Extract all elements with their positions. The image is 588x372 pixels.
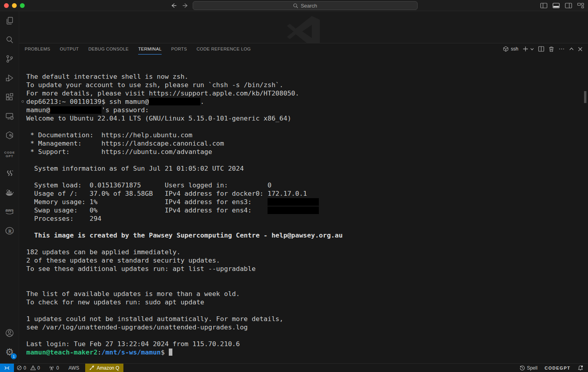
toggle-primary-sidebar-icon[interactable] [540,2,547,9]
toggle-panel-icon[interactable] [553,2,560,9]
spell-status[interactable]: Spell [520,364,537,372]
sidebar-item-source-control[interactable] [0,49,19,68]
terminal[interactable]: The default interactive shell is now zsh… [19,55,588,363]
close-window-button[interactable] [4,3,9,8]
terminal-line [26,273,343,281]
back-arrow-icon[interactable] [170,3,177,8]
terminal-line: Welcome to Ubuntu 22.04.1 LTS (GNU/Linux… [26,114,343,123]
ports-status[interactable]: 0 [46,364,62,372]
sidebar-item-r-language[interactable]: R [0,221,19,240]
sidebar-item-docker[interactable] [0,183,19,202]
zoom-window-button[interactable] [20,3,25,8]
panel-header: PROBLEMS OUTPUT DEBUG CONSOLE TERMINAL P… [19,43,588,55]
terminal-line: The list of available updates is more th… [26,290,343,298]
aws-status[interactable]: AWS [66,364,82,372]
vscode-logo-watermark [284,13,324,43]
traffic-lights [0,3,25,8]
terminal-line: To see these additional updates run: apt… [26,265,343,273]
warning-icon [30,365,36,370]
error-count: 0 [23,365,26,371]
status-bar: 0 0 0 AWS Amazon Q [0,363,588,372]
sidebar-item-codegpt[interactable]: CODEGPT [0,145,19,164]
warning-count: 0 [37,365,40,371]
new-terminal-button[interactable] [523,46,528,52]
amazon-q-status[interactable]: Amazon Q [85,364,123,372]
close-panel-button[interactable] [578,47,582,51]
settings-button[interactable]: ⚙ 1 [0,343,19,362]
terminal-line [26,223,343,231]
panel: PROBLEMS OUTPUT DEBUG CONSOLE TERMINAL P… [19,43,588,363]
svg-text:aws: aws [6,208,14,212]
terminal-profile-dropdown-chevron-icon[interactable] [530,48,534,51]
sidebar-item-aws[interactable]: aws [0,202,19,221]
accounts-button[interactable] [0,323,19,343]
more-actions-button[interactable]: ⋯ [559,45,565,53]
terminal-line: * Management: https://landscape.canonica… [26,139,343,148]
notifications-bell-icon[interactable] [578,365,583,371]
terminal-line: mamun@ 's password: [26,106,343,114]
ports-count: 0 [56,365,59,371]
sidebar-item-extensions[interactable] [0,88,19,107]
terminal-line: Last login: Tue Feb 27 13:22:04 2024 fro… [26,340,343,348]
maximize-panel-button[interactable] [569,47,574,51]
terminal-line [26,123,343,131]
sidebar-item-search[interactable] [0,30,19,49]
kill-terminal-button[interactable] [549,46,554,52]
sidebar-item-hexagon-package[interactable] [0,126,19,145]
remote-icon [4,365,10,371]
tab-output[interactable]: OUTPUT [60,43,79,55]
sidebar-item-run-debug[interactable] [0,68,19,88]
terminal-line [26,240,343,248]
terminal-line [26,306,343,315]
remote-explorer-icon [5,111,14,121]
terminal-line [26,281,343,290]
forward-arrow-icon[interactable] [182,3,189,8]
search-input[interactable]: Search [193,1,418,10]
terminal-line: * Support: https://ubuntu.com/advantage [26,148,343,156]
remote-indicator[interactable] [0,364,14,372]
customize-layout-icon[interactable] [577,2,584,9]
broadcast-icon [49,365,55,371]
account-icon [5,328,14,338]
spell-label: Spell [527,365,537,371]
minimize-window-button[interactable] [12,3,17,8]
sidebar-item-explorer[interactable] [0,11,19,30]
search-placeholder: Search [301,3,317,9]
split-terminal-button[interactable] [538,46,544,52]
codegpt-icon: CODEGPT [4,151,15,158]
error-icon [17,365,22,370]
tab-ports[interactable]: PORTS [171,43,187,55]
terminal-line: 1 updates could not be installed automat… [26,315,343,323]
docker-icon [5,188,14,197]
explorer-icon [5,16,14,25]
tab-debug-console[interactable]: DEBUG CONSOLE [88,43,129,55]
sidebar-item-remote-explorer[interactable] [0,107,19,126]
terminal-line: Usage of /: 37.0% of 38.58GB IPv4 addres… [26,189,343,198]
terminal-profile-label: ssh [511,46,518,52]
amazon-q-icon [89,365,94,370]
terminal-line [26,331,343,340]
terminal-line: The default interactive shell is now zsh… [26,72,343,81]
tab-problems[interactable]: PROBLEMS [25,43,50,55]
tab-terminal[interactable]: TERMINAL [138,43,162,55]
terminal-line [26,156,343,164]
terminal-line: dep66213:~ 00110139$ ssh mamun@ . [26,97,343,106]
terminal-profile[interactable]: ssh [503,46,518,52]
terminal-line: System information as of Sun Jul 21 01:0… [26,164,343,173]
search-view-icon [5,35,14,45]
terminal-scrollbar[interactable] [584,91,586,103]
aws-status-label: AWS [68,365,79,371]
tab-code-reference-log[interactable]: CODE REFERENCE LOG [197,43,251,55]
codegpt-status[interactable]: CODEGPT [545,366,570,370]
aws-icon: aws [4,207,15,216]
terminal-lines: The default interactive shell is now zsh… [26,72,343,356]
r-language-icon: R [5,226,14,236]
problems-status[interactable]: 0 0 [14,364,43,372]
toggle-secondary-sidebar-icon[interactable] [565,2,572,9]
terminal-line: This image is created by the Pawsey Supe… [26,231,343,240]
terminal-line: To update your account to use zsh, pleas… [26,81,343,89]
sidebar-item-worms-extension[interactable] [0,164,19,183]
amazon-q-label: Amazon Q [97,365,119,371]
editor-area [19,11,588,43]
command-decoration-icon [21,100,24,103]
